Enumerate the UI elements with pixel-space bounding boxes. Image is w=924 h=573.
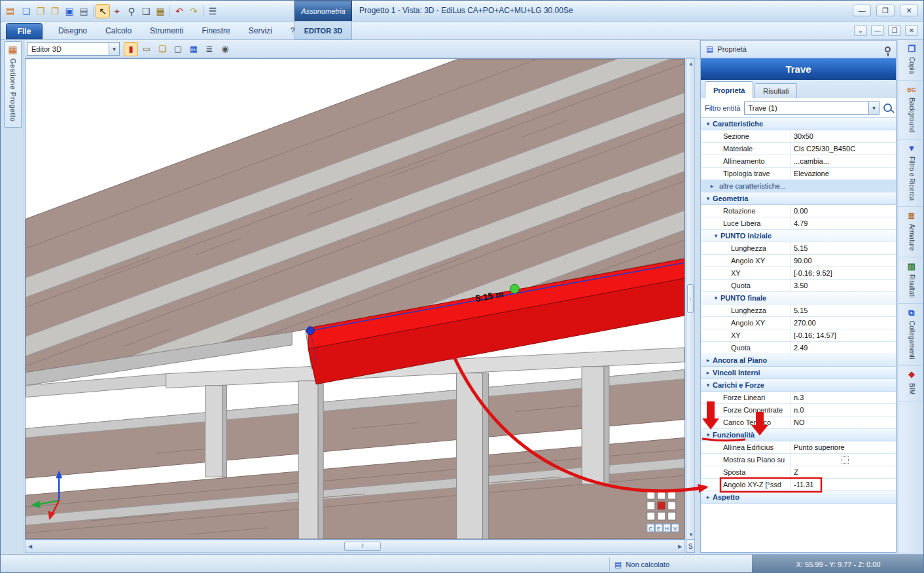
property-row-forze-lineari[interactable]: Forze Linearin.3 [701, 392, 896, 404]
doc-minimize-button[interactable]: — [871, 25, 884, 36]
tab-editor-3d[interactable]: EDITOR 3D [294, 22, 352, 40]
open-folder-icon[interactable]: ❒ [33, 4, 48, 18]
property-value[interactable]: Cls C25/30_B450C [790, 143, 896, 155]
property-value[interactable] [790, 454, 896, 466]
chevron-down-icon[interactable]: ▾ [703, 120, 713, 127]
horizontal-scroll-thumb[interactable]: ⫴ [344, 542, 381, 551]
chevron-right-icon[interactable]: ▸ [703, 494, 713, 500]
undo-icon[interactable]: ↶ [172, 4, 187, 18]
scroll-left-icon[interactable]: ◀ [26, 542, 35, 551]
new-document-icon[interactable]: ❏ [19, 4, 33, 18]
editor-mode-combo[interactable]: Editor 3D ▾ [27, 42, 120, 56]
property-row-xy[interactable]: XY[-0.16; 14.57] [701, 329, 896, 342]
property-row-forze-concentrate[interactable]: Forze Concentraten.0 [701, 404, 896, 416]
insert-beam-icon[interactable]: ▮ [124, 42, 138, 56]
split-view-button[interactable]: S [686, 540, 695, 553]
category-caratteristiche[interactable]: ▾Caratteristiche [701, 118, 896, 130]
menu-item-strumenti[interactable]: Strumenti [141, 22, 192, 40]
chevron-down-icon[interactable]: ▾ [868, 102, 879, 114]
property-value[interactable]: Z [790, 466, 896, 478]
camera-icon[interactable]: ◉ [218, 42, 232, 56]
property-row-mostra-su-piano-su[interactable]: Mostra su Piano su [701, 454, 896, 466]
minimize-button[interactable]: — [853, 5, 871, 16]
midspan-grip-dot[interactable] [510, 284, 519, 293]
property-row-materiale[interactable]: MaterialeCls C25/30_B450C [701, 143, 896, 155]
chevron-down-icon[interactable]: ▾ [711, 295, 720, 301]
side-tab-collegamenti[interactable]: ⧉Collegamenti [898, 304, 924, 365]
property-value[interactable]: [-0.16; 14.57] [790, 329, 896, 341]
property-value[interactable]: 5.15 [790, 242, 896, 254]
property-row-allinea-edificius[interactable]: Allinea EdificiusPunto superiore [701, 441, 896, 454]
property-value[interactable]: 90.00 [790, 255, 896, 267]
chevron-right-icon[interactable]: ▸ [703, 357, 713, 363]
category-ancora-al-piano[interactable]: ▸Ancora al Piano [701, 354, 896, 367]
property-row-angolo-xy[interactable]: Angolo XY270.00 [701, 317, 896, 329]
property-value[interactable]: 30x50 [790, 130, 896, 142]
side-tab-risultati[interactable]: ▥Risultati [898, 257, 924, 305]
scroll-up-icon[interactable]: ▲ [686, 59, 696, 68]
zoom-icon[interactable]: ⚲ [124, 4, 139, 18]
property-value[interactable]: Punto superiore [790, 441, 896, 453]
search-icon[interactable] [883, 103, 892, 112]
property-value[interactable]: NO [790, 416, 896, 428]
handle-cell[interactable] [668, 491, 676, 499]
menu-item-servizi[interactable]: Servizi [240, 22, 281, 40]
category-vincoli-interni[interactable]: ▸Vincoli Interni [701, 367, 896, 379]
copy-icon[interactable]: ❑ [139, 4, 153, 18]
property-row-luce-libera[interactable]: Luce Libera4.79 [701, 217, 896, 230]
category-carichi-e-forze[interactable]: ▾Carichi e Forze [701, 379, 896, 392]
side-tab-filtro-e-ricerca[interactable]: ▼Filtro e Ricerca [898, 139, 924, 207]
side-tab-background[interactable]: BGBackground [898, 81, 924, 139]
viewport-3d[interactable]: 5.15 m CEHV [25, 58, 685, 540]
close-button[interactable]: ✕ [900, 5, 918, 16]
chevron-down-icon[interactable]: ▾ [109, 43, 119, 55]
property-value[interactable]: [-0.16; 9.52] [790, 267, 896, 279]
chevron-down-icon[interactable]: ▾ [703, 382, 713, 388]
maximize-button[interactable]: ❐ [876, 5, 895, 16]
property-value[interactable]: 4.79 [790, 217, 896, 229]
property-row-angolo-xy-z-ssd[interactable]: Angolo XY-Z [°ssd-11.31 [701, 479, 896, 491]
property-value[interactable]: -11.31 [790, 479, 896, 490]
chevron-right-icon[interactable]: ▸ [707, 183, 717, 189]
insert-wall-icon[interactable]: ▭ [139, 42, 154, 56]
property-value[interactable]: 2.49 [790, 342, 896, 354]
chevron-right-icon[interactable]: ▸ [703, 369, 713, 376]
property-value[interactable]: 0.00 [790, 205, 896, 217]
paste-icon[interactable]: ▦ [153, 4, 168, 18]
scroll-right-icon[interactable]: ▶ [675, 542, 684, 551]
tab-assonometria[interactable]: Assonometria [294, 1, 352, 21]
handle-center[interactable] [658, 502, 666, 509]
property-value[interactable]: ...cambia... [790, 155, 896, 167]
tab-proprieta[interactable]: Proprietà [705, 81, 753, 98]
handle-cell[interactable] [668, 512, 676, 520]
property-row-punto-finale[interactable]: ▾PUNTO finale [701, 292, 896, 305]
side-tab-armature[interactable]: ≣Armature [898, 207, 924, 257]
scroll-down-icon[interactable]: ▼ [686, 530, 696, 539]
property-value[interactable]: n.3 [790, 392, 896, 403]
menu-item-disegno[interactable]: Disegno [49, 22, 96, 40]
handle-cell[interactable] [658, 491, 666, 499]
property-row-rotazione[interactable]: Rotazione0.00 [701, 205, 896, 217]
chevron-down-icon[interactable]: ▾ [711, 232, 720, 239]
chevron-down-icon[interactable]: ▾ [703, 432, 713, 438]
doc-close-button[interactable]: ✕ [905, 25, 918, 36]
category-aspetto[interactable]: ▸Aspetto [701, 491, 896, 504]
selection-box-icon[interactable]: ▢ [171, 42, 185, 56]
redo-icon[interactable]: ↷ [187, 4, 201, 18]
save-icon[interactable]: ▣ [62, 4, 77, 18]
checkbox[interactable] [842, 456, 849, 464]
property-row-angolo-xy[interactable]: Angolo XY90.00 [701, 255, 896, 267]
property-row-carico-termico[interactable]: Carico TermicoNO [701, 416, 896, 429]
print-icon[interactable]: ▤ [77, 4, 91, 18]
pick-icon[interactable]: ⌖ [110, 4, 124, 18]
handle-cell[interactable] [647, 491, 655, 499]
property-row-tipologia-trave[interactable]: Tipologia traveElevazione [701, 168, 896, 180]
handle-cell[interactable] [658, 512, 666, 520]
tab-risultati[interactable]: Risultati [755, 83, 797, 98]
handle-cell[interactable] [647, 512, 655, 520]
property-row-punto-iniziale[interactable]: ▾PUNTO iniziale [701, 230, 896, 242]
start-node-dot[interactable] [306, 327, 314, 335]
entity-filter-select[interactable]: Trave (1) ▾ [744, 102, 880, 115]
menu-item-calcolo[interactable]: Calcolo [96, 22, 141, 40]
property-value[interactable]: n.0 [790, 404, 896, 416]
